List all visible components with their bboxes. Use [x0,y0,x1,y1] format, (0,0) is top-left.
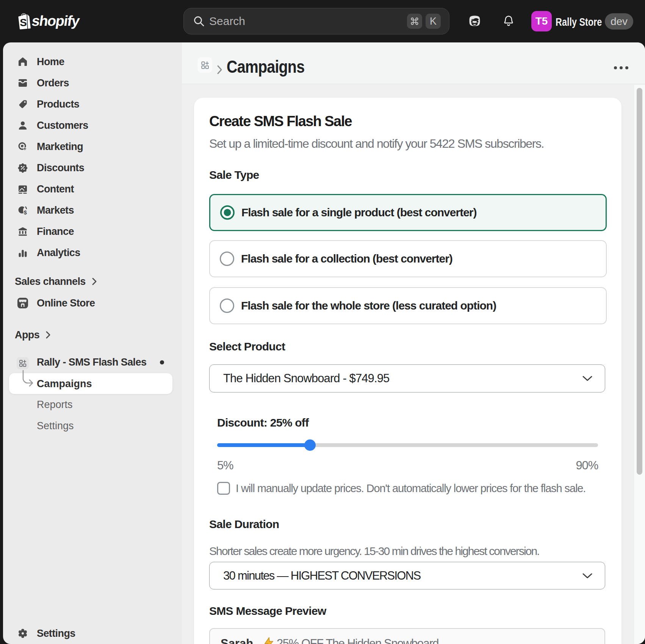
svg-text:$: $ [23,209,27,216]
svg-text:S: S [20,17,27,28]
